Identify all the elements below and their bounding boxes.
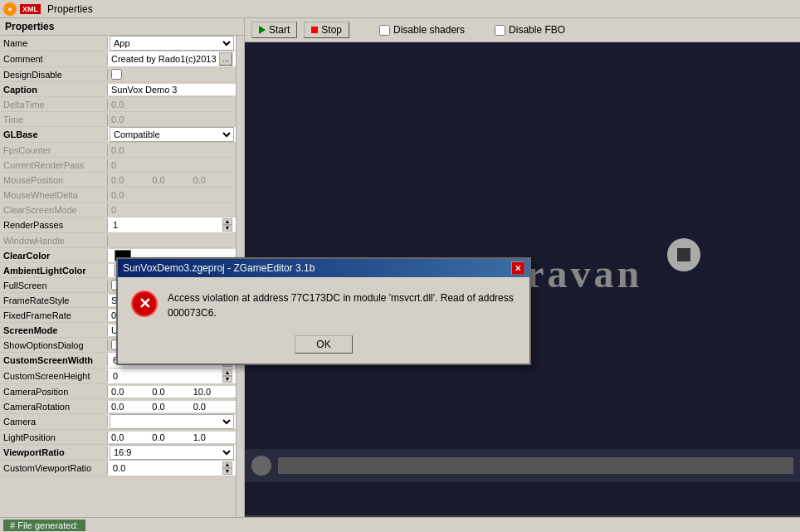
error-dialog: SunVoxDemo3.zgeproj - ZGameEditor 3.1b ✕…: [116, 257, 531, 365]
dialog-footer: OK: [118, 330, 529, 364]
dialog-title: SunVoxDemo3.zgeproj - ZGameEditor 3.1b: [123, 262, 315, 274]
dialog-titlebar: SunVoxDemo3.zgeproj - ZGameEditor 3.1b ✕: [118, 259, 529, 277]
modal-overlay: SunVoxDemo3.zgeproj - ZGameEditor 3.1b ✕…: [0, 0, 800, 532]
dialog-message: Access violation at address 77C173DC in …: [168, 290, 516, 320]
dialog-close-btn[interactable]: ✕: [511, 261, 524, 275]
dialog-ok-btn[interactable]: OK: [295, 335, 353, 354]
error-icon: ✕: [131, 290, 158, 317]
dialog-body: ✕ Access violation at address 77C173DC i…: [118, 277, 529, 330]
